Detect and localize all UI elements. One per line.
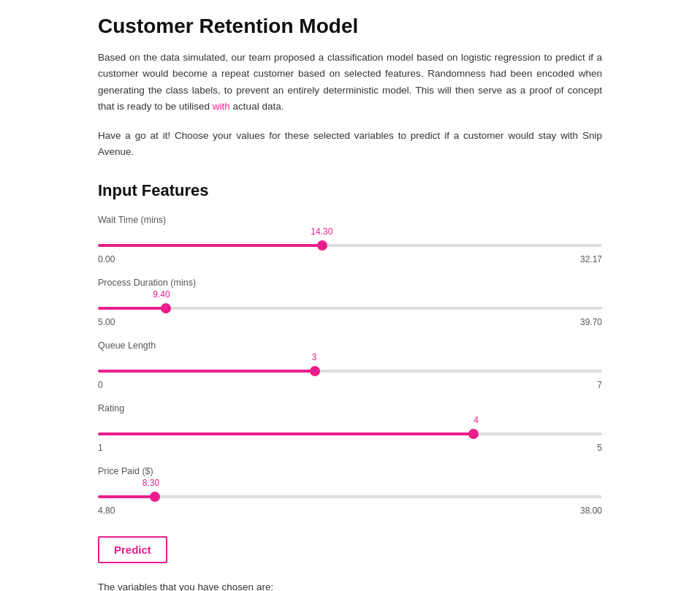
wait-time-max: 32.17 [580, 254, 602, 264]
rating-group: Rating 4 1 5 [98, 403, 602, 453]
process-duration-group: Process Duration (mins) 9.40 5.00 39.70 [98, 278, 602, 327]
process-duration-slider[interactable] [98, 307, 602, 310]
queue-length-limits: 0 7 [98, 380, 602, 390]
process-duration-value: 9.40 [153, 289, 170, 300]
wait-time-label: Wait Time (mins) [98, 215, 602, 225]
queue-length-min: 0 [98, 380, 103, 390]
price-paid-slider[interactable] [98, 495, 602, 498]
price-paid-slider-container [98, 489, 602, 504]
queue-length-group: Queue Length 3 0 7 [98, 340, 602, 390]
process-duration-max: 39.70 [580, 317, 602, 327]
queue-length-value: 3 [312, 352, 317, 362]
rating-limits: 1 5 [98, 443, 602, 453]
price-paid-group: Price Paid ($) 8.30 4.80 38.00 [98, 466, 602, 516]
wait-time-value: 14.30 [311, 226, 332, 237]
queue-length-label: Queue Length [98, 340, 602, 351]
rating-max: 5 [597, 443, 602, 453]
input-features-title: Input Features [98, 181, 602, 200]
wait-time-slider[interactable] [98, 244, 602, 247]
price-paid-min: 4.80 [98, 506, 115, 516]
process-duration-value-wrapper: 9.40 [98, 289, 602, 301]
wait-time-slider-container [98, 238, 602, 253]
rating-value-wrapper: 4 [98, 415, 602, 427]
result-section: The variables that you have chosen are: … [98, 578, 602, 591]
rating-slider[interactable] [98, 432, 602, 435]
process-duration-label: Process Duration (mins) [98, 278, 602, 288]
wait-time-min: 0.00 [98, 254, 115, 264]
process-duration-min: 5.00 [98, 317, 115, 327]
process-duration-limits: 5.00 39.70 [98, 317, 602, 327]
page-title: Customer Retention Model [98, 15, 602, 38]
price-paid-value-wrapper: 8.30 [98, 478, 602, 489]
rating-label: Rating [98, 403, 602, 413]
wait-time-value-wrapper: 14.30 [98, 226, 602, 238]
result-intro: The variables that you have chosen are: [98, 578, 602, 591]
queue-length-max: 7 [597, 380, 602, 390]
price-paid-max: 38.00 [580, 506, 602, 516]
with-link[interactable]: with [213, 101, 230, 112]
predict-button[interactable]: Predict [98, 536, 167, 563]
queue-length-value-wrapper: 3 [98, 352, 602, 364]
wait-time-limits: 0.00 32.17 [98, 254, 602, 264]
rating-value: 4 [473, 415, 479, 425]
rating-slider-container [98, 427, 602, 441]
queue-length-slider[interactable] [98, 370, 602, 373]
price-paid-label: Price Paid ($) [98, 466, 602, 476]
price-paid-value: 8.30 [142, 478, 159, 488]
process-duration-slider-container [98, 301, 602, 316]
queue-length-slider-container [98, 364, 602, 378]
description-2: Have a go at it! Choose your values for … [98, 128, 602, 161]
rating-min: 1 [98, 443, 103, 453]
price-paid-limits: 4.80 38.00 [98, 506, 602, 516]
description-1: Based on the data simulated, our team pr… [98, 50, 602, 115]
wait-time-group: Wait Time (mins) 14.30 0.00 32.17 [98, 215, 602, 264]
